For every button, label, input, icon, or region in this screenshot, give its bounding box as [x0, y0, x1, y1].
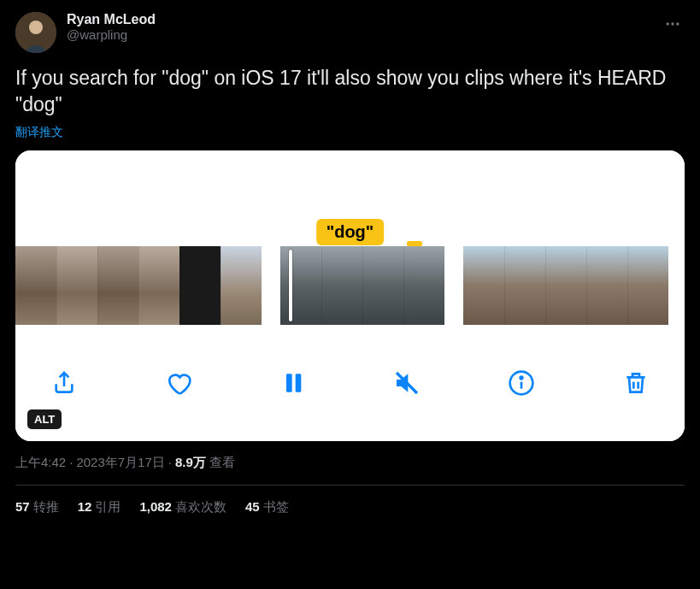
svg-point-10: [521, 377, 523, 380]
clip-thumbnail: [56, 246, 97, 325]
svg-point-4: [676, 22, 679, 25]
tweet-meta: 上午4:42 · 2023年7月17日 · 8.9万 查看: [15, 455, 685, 486]
delete-button[interactable]: [620, 367, 652, 399]
clip-group-3[interactable]: [463, 246, 668, 325]
svg-point-3: [671, 22, 674, 25]
clip-thumbnail: [97, 246, 138, 325]
avatar[interactable]: [15, 12, 56, 53]
display-name[interactable]: Ryan McLeod: [67, 12, 156, 27]
share-button[interactable]: [48, 367, 80, 399]
pause-button[interactable]: [277, 367, 309, 399]
alt-text-badge[interactable]: ALT: [27, 409, 62, 429]
tweet-text: If you search for "dog" on iOS 17 it'll …: [15, 65, 685, 118]
tweet-stats: 57转推 12引用 1,082喜欢次数 45书签: [15, 499, 685, 515]
tweet-date[interactable]: 2023年7月17日: [76, 455, 164, 471]
views-count[interactable]: 8.9万: [175, 455, 206, 471]
video-timeline[interactable]: [15, 246, 685, 325]
tweet-time[interactable]: 上午4:42: [15, 455, 66, 471]
avatar-image: [15, 12, 56, 53]
likes-stat[interactable]: 1,082喜欢次数: [139, 499, 226, 515]
clip-group-2[interactable]: [280, 246, 444, 325]
user-handle[interactable]: @warpling: [67, 27, 156, 42]
retweets-stat[interactable]: 57转推: [15, 499, 59, 515]
pause-icon: [279, 369, 307, 397]
share-icon: [50, 369, 78, 397]
clip-thumbnail: [627, 246, 668, 325]
user-info: Ryan McLeod @warpling: [67, 12, 156, 42]
trash-icon: [622, 369, 650, 397]
clip-thumbnail: [403, 246, 444, 325]
media-controls: ALT: [15, 325, 685, 441]
bookmarks-stat[interactable]: 45书签: [245, 499, 289, 515]
timeline-playhead[interactable]: [289, 250, 292, 321]
views-label: 查看: [209, 455, 235, 471]
svg-rect-6: [295, 374, 301, 392]
clip-thumbnail: [221, 246, 262, 325]
svg-point-1: [29, 21, 43, 34]
tweet-header: Ryan McLeod @warpling: [15, 12, 685, 53]
clip-thumbnail: [179, 246, 221, 325]
more-icon: [664, 15, 681, 32]
translate-link[interactable]: 翻译推文: [15, 125, 685, 140]
clip-thumbnail: [15, 246, 56, 325]
mute-button[interactable]: [391, 367, 423, 399]
clip-thumbnail: [545, 246, 586, 325]
tweet-media[interactable]: "dog": [15, 150, 685, 441]
clip-thumbnail: [463, 246, 504, 325]
search-tag-label: "dog": [316, 219, 385, 245]
clip-group-1[interactable]: [15, 246, 262, 325]
svg-rect-5: [286, 374, 292, 392]
svg-point-2: [667, 22, 669, 25]
like-button[interactable]: [162, 367, 195, 399]
media-top-area: "dog": [15, 150, 685, 246]
clip-thumbnail: [362, 246, 403, 325]
info-button[interactable]: [505, 367, 538, 399]
tweet-container: Ryan McLeod @warpling If you search for …: [0, 0, 700, 527]
clip-thumbnail: [321, 246, 362, 325]
clip-thumbnail: [504, 246, 545, 325]
clip-thumbnail: [280, 246, 321, 325]
mute-icon: [393, 369, 421, 397]
clip-thumbnail: [138, 246, 179, 325]
quotes-stat[interactable]: 12引用: [78, 499, 121, 515]
clip-thumbnail: [586, 246, 627, 325]
info-icon: [508, 369, 535, 397]
heart-icon: [165, 369, 192, 397]
more-menu-button[interactable]: [661, 12, 685, 39]
